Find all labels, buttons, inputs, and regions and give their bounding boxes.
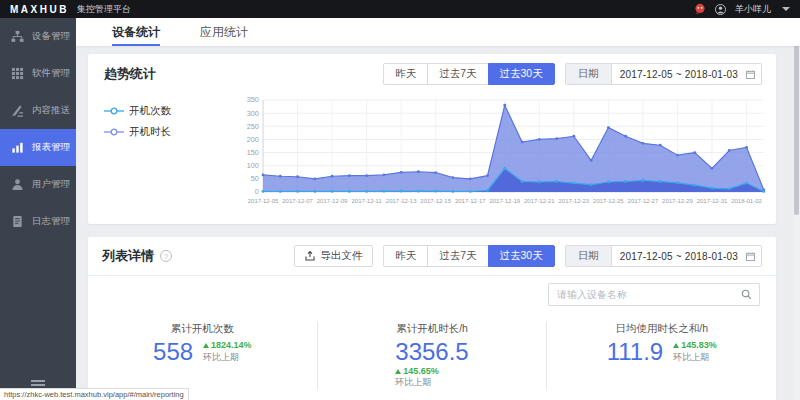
sidebar-item-label: 日志管理 [32,215,70,228]
stat-compare: 环比上期 [673,352,717,363]
svg-text:2017-12-07: 2017-12-07 [282,198,313,204]
svg-text:2017-12-09: 2017-12-09 [317,198,348,204]
devices-icon [11,30,24,43]
sidebar-item-content-push[interactable]: 内容推送 [0,92,76,129]
maxhub-logo: MAXHUB [10,4,69,15]
chevron-down-icon[interactable] [782,7,790,11]
list-date-label: 日期 [566,246,612,266]
content-push-icon [11,104,24,117]
stat-label: 累计开机次数 [171,322,234,336]
svg-text:350: 350 [247,97,259,105]
sidebar-item-software[interactable]: 软件管理 [0,55,76,92]
list-date-picker[interactable]: 日期 2017-12-05 ~ 2018-01-03 [565,245,762,267]
svg-text:2017-12-25: 2017-12-25 [593,198,624,204]
list-title: 列表详情 [102,247,154,265]
trend-date-picker[interactable]: 日期 2017-12-05 ~ 2018-01-03 [565,63,762,85]
log-icon [11,215,24,228]
stat-compare: 环比上期 [203,352,252,363]
export-button[interactable]: 导出文件 [294,245,373,267]
svg-text:2017-12-23: 2017-12-23 [559,198,590,204]
trend-filter-7d[interactable]: 过去7天 [427,63,488,85]
legend-item-count[interactable]: 开机次数 [104,104,232,118]
stat-delta: 1824.14% [203,340,252,351]
legend-label-count: 开机次数 [129,104,171,118]
status-url: https://zhkc-web.test.maxhub.vip/app/#/m… [0,388,189,400]
sidebar-item-devices[interactable]: 设备管理 [0,18,76,55]
report-icon [11,141,24,154]
trend-filter-yesterday[interactable]: 昨天 [383,63,428,85]
list-filter-30d[interactable]: 过去30天 [488,245,555,267]
content: 趋势统计 昨天 过去7天 过去30天 日期 2017-12-05 ~ 2018-… [76,46,800,400]
legend-item-hours[interactable]: 开机时长 [104,125,232,139]
up-arrow-icon [673,343,679,348]
stat-daily-usage: 日均使用时长之和/h 111.9 145.83% 环比上期 [546,322,776,389]
stat-delta: 145.65% [395,366,439,377]
stat-value: 558 [153,339,193,364]
scrollbar-thumb[interactable] [794,40,799,215]
svg-text:2017-12-17: 2017-12-17 [455,198,486,204]
sidebar-item-users[interactable]: 用户管理 [0,166,76,203]
device-search [548,283,760,306]
legend-label-hours: 开机时长 [129,125,171,139]
main-area: 设备统计 应用统计 趋势统计 昨天 过去7天 过去30天 日期 [76,18,800,400]
tab-bar: 设备统计 应用统计 [76,18,800,46]
list-range-filter: 昨天 过去7天 过去30天 [383,245,555,267]
export-label: 导出文件 [320,249,362,263]
stat-value: 111.9 [607,339,664,364]
stat-compare: 环比上期 [395,377,439,388]
sidebar-item-logs[interactable]: 日志管理 [0,203,76,240]
svg-text:2017-12-31: 2017-12-31 [697,198,728,204]
svg-text:2017-12-27: 2017-12-27 [628,198,659,204]
trend-date-range[interactable]: 2017-12-05 ~ 2018-01-03 [612,66,746,83]
avatar[interactable] [715,4,726,15]
calendar-icon[interactable] [746,252,755,261]
svg-text:50: 50 [251,175,259,183]
up-arrow-icon [203,343,209,348]
notification-icon[interactable] [694,3,706,15]
svg-text:2017-12-29: 2017-12-29 [662,198,693,204]
help-icon[interactable]: ? [160,250,172,262]
svg-text:2017-12-05: 2017-12-05 [248,198,279,204]
legend-marker-count [104,107,124,115]
stat-label: 日均使用时长之和/h [615,322,708,336]
list-filter-yesterday[interactable]: 昨天 [383,245,428,267]
stat-total-hours: 累计开机时长/h 3356.5 145.65% 环比上期 [317,322,547,389]
up-arrow-icon [395,369,401,374]
trend-chart: 0501001502002503003502017-12-052017-12-0… [232,92,770,220]
search-input[interactable] [549,289,733,300]
tab-device-stats[interactable]: 设备统计 [112,18,160,46]
trend-card: 趋势统计 昨天 过去7天 过去30天 日期 2017-12-05 ~ 2018-… [88,54,776,224]
calendar-icon[interactable] [746,70,755,79]
topbar: MAXHUB 集控管理平台 羊小咩儿 [0,0,800,18]
sidebar-item-reports[interactable]: 报表管理 [0,129,76,166]
sidebar-item-label: 内容推送 [32,104,70,117]
software-icon [11,67,24,80]
users-icon [11,178,24,191]
scrollbar-track[interactable] [793,18,800,400]
sidebar: 设备管理 软件管理 内容推送 报表管理 用户管理 日志管理 [0,18,76,400]
svg-text:100: 100 [247,162,259,170]
trend-title: 趋势统计 [104,65,156,83]
sidebar-item-label: 设备管理 [32,30,70,43]
summary-stats: 累计开机次数 558 1824.14% 环比上期 累计开机时长/h 335 [88,312,776,400]
area-chart: 0501001502002503003502017-12-052017-12-0… [232,92,770,220]
svg-text:300: 300 [247,110,259,118]
trend-date-label: 日期 [566,64,612,84]
export-icon [305,251,315,261]
search-icon[interactable] [733,284,759,305]
list-filter-7d[interactable]: 过去7天 [427,245,488,267]
tab-app-stats[interactable]: 应用统计 [200,18,248,46]
username[interactable]: 羊小咩儿 [735,3,771,16]
trend-range-filter: 昨天 过去7天 过去30天 [383,63,555,85]
stat-label: 累计开机时长/h [396,322,468,336]
svg-text:250: 250 [247,123,259,131]
svg-text:200: 200 [247,136,259,144]
list-date-range[interactable]: 2017-12-05 ~ 2018-01-03 [612,248,746,265]
chart-legend: 开机次数 开机时长 [104,92,232,220]
stat-delta: 145.83% [673,340,717,351]
trend-filter-30d[interactable]: 过去30天 [488,63,555,85]
sidebar-item-label: 用户管理 [32,178,70,191]
svg-text:2018-01-02: 2018-01-02 [731,198,762,204]
sidebar-item-label: 软件管理 [32,67,70,80]
svg-text:2017-12-13: 2017-12-13 [386,198,417,204]
